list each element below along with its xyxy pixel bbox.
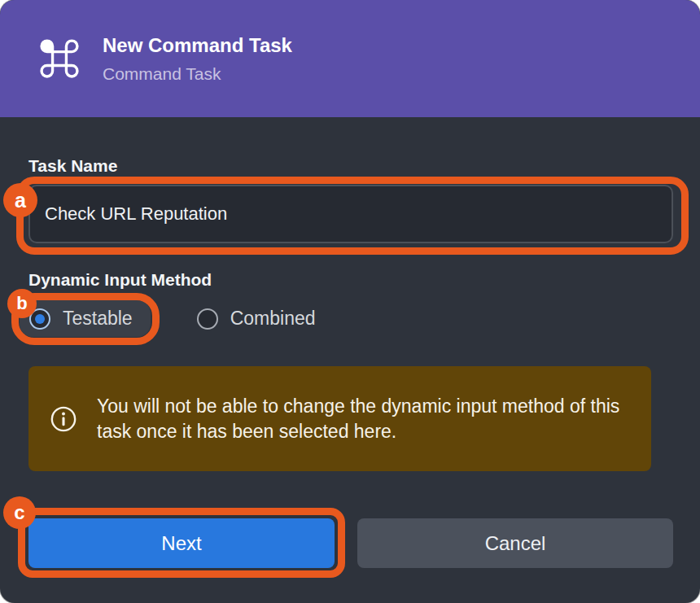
radio-option-combined-label: Combined [230, 308, 316, 330]
dialog-actions: Next c Cancel [28, 518, 673, 568]
dialog-title: New Command Task [103, 34, 292, 57]
task-name-input[interactable]: Check URL Reputation [28, 185, 673, 243]
next-button-wrap: Next c [28, 518, 335, 568]
radio-option-combined[interactable]: Combined [197, 308, 316, 330]
command-icon [37, 37, 81, 81]
new-command-task-dialog: New Command Task Command Task Task Name … [0, 0, 700, 603]
dialog-subtitle: Command Task [103, 64, 292, 83]
radio-dot [35, 314, 45, 324]
task-name-input-wrap: Check URL Reputation a [28, 185, 673, 243]
annotation-label-c: c [3, 496, 36, 529]
notice-text: You will not be able to change the dynam… [97, 394, 628, 444]
dynamic-input-method-options: Testable b Combined [28, 300, 673, 337]
dialog-body: Task Name Check URL Reputation a Dynamic… [0, 156, 700, 568]
info-icon [50, 405, 77, 433]
radio-option-testable-label: Testable [63, 308, 133, 330]
dialog-header: New Command Task Command Task [0, 0, 700, 117]
task-name-value: Check URL Reputation [45, 203, 227, 225]
testable-option-highlight: Testable b [20, 300, 151, 337]
next-button[interactable]: Next [28, 518, 335, 568]
radio-option-testable[interactable]: Testable [29, 308, 133, 330]
annotation-label-a: a [3, 183, 37, 217]
notice-banner: You will not be able to change the dynam… [28, 366, 651, 471]
task-name-label: Task Name [28, 156, 673, 175]
cancel-button[interactable]: Cancel [357, 518, 673, 568]
dynamic-input-method-label: Dynamic Input Method [28, 270, 673, 289]
header-text: New Command Task Command Task [103, 34, 292, 83]
radio-unselected-icon[interactable] [197, 308, 218, 330]
annotation-label-b: b [7, 289, 37, 318]
